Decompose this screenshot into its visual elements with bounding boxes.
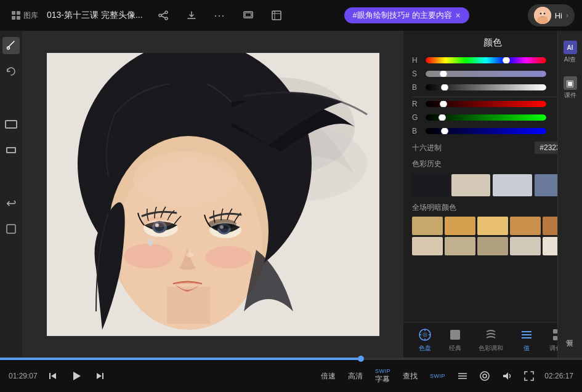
brush-icon <box>6 40 17 51</box>
color-disc-icon <box>418 328 432 342</box>
right-edge: AI AI查 ▣ 课件 展开 ‹ <box>557 31 582 358</box>
speed-button[interactable]: 倍速 <box>316 370 341 383</box>
svg-rect-59 <box>102 373 103 379</box>
value-svg-icon <box>520 328 533 342</box>
tool-small-rect[interactable] <box>2 142 20 159</box>
scene-swatch-9[interactable] <box>510 237 541 255</box>
scene-swatch-6[interactable] <box>412 237 443 255</box>
time-start: 01:29:07 <box>9 372 39 380</box>
slider-row-g: G 35 <box>412 113 573 122</box>
hi-label: Hi <box>555 11 562 20</box>
svg-point-40 <box>186 252 193 257</box>
scene-swatch-4[interactable] <box>510 217 541 235</box>
avatar-image <box>534 7 551 24</box>
play-button[interactable] <box>67 366 86 386</box>
slider-track-h[interactable] <box>426 57 546 63</box>
top-bar-left: 图库 013-第十三课 完整头像... ··· <box>7 6 286 25</box>
color-tool-harmony[interactable]: 色彩调和 <box>479 327 503 353</box>
slider-row-s: S 15% <box>412 70 573 78</box>
close-tag-button[interactable]: × <box>456 10 461 20</box>
swip-button[interactable]: SWIP <box>425 372 450 380</box>
divider-1 <box>412 97 573 97</box>
swatch-dark[interactable] <box>412 174 449 196</box>
slider-track-b[interactable] <box>426 84 546 90</box>
settings-button[interactable] <box>475 366 495 386</box>
tool-circle[interactable] <box>2 220 20 238</box>
color-tool-value[interactable]: 值 <box>519 327 534 353</box>
scene-swatch-2[interactable] <box>445 217 475 235</box>
top-bar: 图库 013-第十三课 完整头像... ··· <box>0 0 582 31</box>
share-button[interactable] <box>154 6 172 25</box>
harmony-label: 色彩调和 <box>479 344 503 353</box>
svg-point-17 <box>7 47 10 49</box>
color-tools-bar: 色盘 经典 色彩调和 <box>403 322 582 358</box>
bottom-controls: 01:29:07 倍速 高清 <box>0 360 582 392</box>
scene-swatch-7[interactable] <box>445 237 475 255</box>
canvas-area[interactable] <box>22 31 403 358</box>
slider-track-r[interactable] <box>426 101 546 107</box>
download-button[interactable] <box>182 6 201 25</box>
progress-bar[interactable] <box>0 358 582 360</box>
svg-point-39 <box>148 239 153 246</box>
color-panel-title: 颜色 <box>412 37 573 49</box>
tool-rect[interactable] <box>2 116 20 133</box>
svg-rect-10 <box>245 13 251 17</box>
portrait-svg <box>47 53 379 336</box>
layers-button[interactable] <box>239 6 257 25</box>
tool-undo2[interactable]: ↩ <box>2 194 20 212</box>
quality-button[interactable]: 高清 <box>343 370 368 383</box>
search-button[interactable]: 查找 <box>398 370 422 383</box>
more-button[interactable]: ··· <box>211 6 229 25</box>
courseware-button[interactable]: ▣ 课件 <box>559 73 581 103</box>
swatch-1[interactable] <box>451 174 490 196</box>
value-label: 值 <box>523 344 530 353</box>
hex-label: 十六进制 <box>412 143 442 153</box>
slider-track-s[interactable] <box>426 71 546 77</box>
fullscreen-button[interactable] <box>519 366 539 386</box>
tool-undo[interactable] <box>2 63 20 80</box>
courseware-label: 课件 <box>564 91 576 100</box>
play-icon <box>70 370 83 382</box>
scene-swatch-3[interactable] <box>477 217 508 235</box>
gallery-back-button[interactable]: 图库 <box>7 8 42 23</box>
color-tool-classic[interactable]: 经典 <box>448 327 463 353</box>
slider-row-b2: B 41 <box>412 127 573 135</box>
svg-rect-56 <box>49 373 51 379</box>
svg-rect-47 <box>450 330 460 340</box>
scene-swatch-1[interactable] <box>412 217 443 235</box>
volume-button[interactable] <box>497 366 517 386</box>
image-grid-icon <box>11 10 21 20</box>
tool-brush[interactable] <box>2 37 20 54</box>
color-tool-disc[interactable]: 色盘 <box>418 327 432 353</box>
svg-point-5 <box>159 14 161 17</box>
progress-fill <box>0 358 361 360</box>
course-tag[interactable]: #眼角绘制技巧# 的主要内容 × <box>344 7 469 23</box>
svg-rect-3 <box>17 16 20 20</box>
prev-button[interactable] <box>43 366 63 386</box>
slider-label-b: B <box>412 83 421 92</box>
next-button[interactable] <box>90 366 110 386</box>
slider-track-g[interactable] <box>426 114 546 121</box>
time-end: 02:26:17 <box>543 372 573 380</box>
svg-marker-57 <box>73 372 81 380</box>
svg-point-15 <box>540 13 541 15</box>
slider-track-b2[interactable] <box>426 128 546 134</box>
list-icon <box>457 370 468 382</box>
svg-point-26 <box>133 151 238 207</box>
expand-button[interactable]: 展开 ‹ <box>562 331 578 351</box>
search-label: 查找 <box>403 371 418 382</box>
svg-rect-2 <box>12 16 15 20</box>
slider-label-b2: B <box>412 127 421 135</box>
ai-query-button[interactable]: AI AI查 <box>559 37 581 68</box>
user-menu-button[interactable]: Hi › <box>528 4 575 26</box>
swatch-2[interactable] <box>493 174 531 196</box>
crop-button[interactable] <box>267 6 286 25</box>
list-button[interactable] <box>453 366 472 386</box>
bottom-bar: 01:29:07 倍速 高清 <box>0 358 582 392</box>
fullscreen-icon <box>523 370 535 382</box>
classic-label: 经典 <box>449 344 461 353</box>
subtitle-button[interactable]: SWIP 字幕 <box>370 367 395 386</box>
swip-label-1: SWIP <box>375 368 390 374</box>
page-title: 013-第十三课 完整头像... <box>47 10 143 21</box>
scene-swatch-8[interactable] <box>477 237 508 255</box>
